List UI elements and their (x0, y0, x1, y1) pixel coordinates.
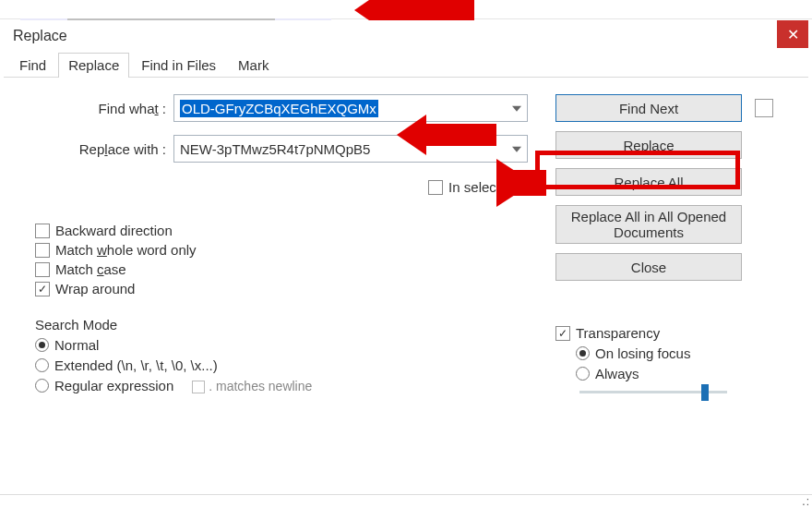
replace-button[interactable]: Replace (555, 131, 742, 159)
find-what-combo[interactable]: OLD-GFryZCBqXEGhEXQGMx (173, 94, 528, 122)
radio-icon (576, 367, 590, 381)
checkbox-icon (35, 224, 50, 238)
matches-newline-checkbox[interactable]: . matches newline (192, 378, 312, 393)
replace-with-value: NEW-3pTMwz5R4t7pNMQpB5 (180, 141, 370, 157)
find-next-flyout[interactable] (755, 99, 773, 117)
dialog-title: Replace (13, 28, 67, 44)
footer-divider (0, 494, 812, 495)
button-column: Find Next Replace Replace All Replace Al… (555, 94, 781, 398)
replace-all-open-docs-button[interactable]: Replace All in All Opened Documents (555, 205, 742, 244)
whole-word-checkbox[interactable]: Match whole word only (35, 242, 537, 258)
chevron-down-icon (512, 106, 521, 112)
checkbox-icon (555, 326, 570, 341)
close-button[interactable]: ✕ (777, 20, 808, 48)
tab-strip: Find Replace Find in Files Mark (4, 52, 808, 78)
transparency-slider[interactable] (579, 391, 727, 393)
tab-replace[interactable]: Replace (58, 53, 129, 78)
replace-dialog: Replace ✕ Find Replace Find in Files Mar… (4, 20, 808, 501)
search-mode-extended[interactable]: Extended (\n, \r, \t, \0, \x...) (35, 357, 349, 373)
backward-direction-checkbox[interactable]: Backward direction (35, 223, 537, 238)
transparency-group: Transparency On losing focus Always (555, 321, 781, 393)
radio-icon (576, 346, 590, 360)
radio-icon (35, 338, 49, 352)
find-what-value: OLD-GFryZCBqXEGhEXQGMx (180, 100, 378, 117)
replace-with-combo[interactable]: NEW-3pTMwz5R4t7pNMQpB5 (173, 135, 528, 163)
dialog-titlebar: Replace ✕ (4, 20, 808, 52)
checkbox-icon (192, 381, 205, 393)
dialog-body: Find what : OLD-GFryZCBqXEGhEXQGMx Repla… (4, 78, 808, 407)
radio-icon (35, 358, 49, 372)
wrap-around-checkbox[interactable]: Wrap around (35, 281, 537, 296)
slider-thumb[interactable] (701, 384, 709, 401)
checkbox-icon (428, 180, 443, 195)
match-case-checkbox[interactable]: Match case (35, 261, 537, 277)
search-mode-group: Search Mode Normal Extended (\n, \r, \t,… (35, 317, 349, 398)
search-mode-regex[interactable]: Regular expression . matches newline (35, 378, 349, 393)
replace-row: Replace with : NEW-3pTMwz5R4t7pNMQpB5 (35, 135, 537, 163)
editor-line: <UID>OLD-GFryZCBqXEGhEXQGMx</UID> (0, 0, 812, 18)
tab-find[interactable]: Find (9, 53, 56, 78)
close-icon: ✕ (787, 26, 799, 43)
chevron-down-icon (512, 147, 521, 152)
search-mode-label: Search Mode (35, 317, 349, 333)
transparency-always[interactable]: Always (576, 366, 781, 381)
radio-icon (35, 379, 49, 393)
transparency-checkbox[interactable]: Transparency (555, 325, 781, 341)
checkbox-icon (35, 282, 50, 296)
search-mode-normal[interactable]: Normal (35, 337, 349, 353)
replace-all-button[interactable]: Replace All (555, 168, 742, 196)
replace-with-label: Replace with : (35, 141, 173, 157)
transparency-on-losing-focus[interactable]: On losing focus (576, 345, 781, 361)
find-row: Find what : OLD-GFryZCBqXEGhEXQGMx (35, 94, 537, 122)
tab-mark[interactable]: Mark (228, 53, 279, 78)
checkbox-icon (35, 243, 50, 258)
find-what-label: Find what : (35, 101, 173, 116)
checkbox-icon (35, 262, 50, 277)
in-selection-checkbox[interactable]: In selection (428, 179, 519, 195)
find-next-button[interactable]: Find Next (555, 94, 742, 122)
in-selection-label: In selection (448, 179, 519, 195)
resize-grip: .: (802, 495, 810, 508)
tab-find-in-files[interactable]: Find in Files (131, 53, 226, 78)
close-dialog-button[interactable]: Close (555, 253, 742, 281)
